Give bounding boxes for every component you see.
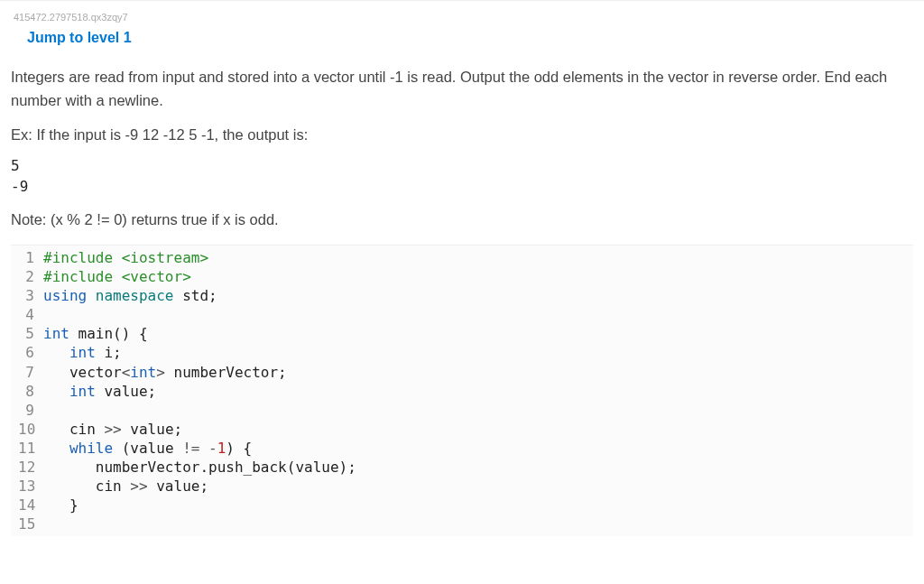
line-content[interactable]: cin >> value; (43, 420, 182, 439)
line-number: 3 (18, 286, 43, 305)
line-content[interactable] (43, 305, 52, 324)
line-number: 6 (18, 343, 43, 362)
line-number: 2 (18, 267, 43, 286)
jump-to-level-link[interactable]: Jump to level 1 (11, 30, 132, 46)
example-intro: Ex: If the input is -9 12 -12 5 -1, the … (11, 126, 913, 144)
line-content[interactable]: int main() { (43, 324, 148, 343)
line-content[interactable]: while (value != -1) { (43, 439, 252, 458)
code-editor[interactable]: 1#include <iostream>2#include <vector>3u… (11, 245, 913, 536)
code-line[interactable]: 5int main() { (18, 324, 913, 343)
line-number: 8 (18, 382, 43, 401)
line-number: 7 (18, 363, 43, 382)
line-content[interactable] (43, 401, 52, 420)
line-content[interactable]: int i; (43, 343, 122, 362)
code-line[interactable]: 10 cin >> value; (18, 420, 913, 439)
line-content[interactable]: numberVector.push_back(value); (43, 458, 356, 477)
code-line[interactable]: 2#include <vector> (18, 267, 913, 286)
code-line[interactable]: 7 vector<int> numberVector; (18, 363, 913, 382)
line-number: 4 (18, 305, 43, 324)
code-line[interactable]: 8 int value; (18, 382, 913, 401)
line-number: 10 (18, 420, 43, 439)
line-number: 15 (18, 514, 43, 533)
sample-output-line: -9 (11, 177, 913, 197)
code-line[interactable]: 12 numberVector.push_back(value); (18, 458, 913, 477)
line-content[interactable]: cin >> value; (43, 477, 208, 496)
code-line[interactable]: 13 cin >> value; (18, 477, 913, 496)
sample-output-line: 5 (11, 156, 913, 176)
line-number: 12 (18, 458, 43, 477)
line-number: 9 (18, 401, 43, 420)
line-number: 11 (18, 439, 43, 458)
line-number: 1 (18, 248, 43, 267)
line-content[interactable]: using namespace std; (43, 286, 217, 305)
code-line[interactable]: 9 (18, 401, 913, 420)
line-content[interactable]: #include <vector> (43, 267, 191, 286)
line-number: 5 (18, 324, 43, 343)
line-content[interactable]: vector<int> numberVector; (43, 363, 287, 382)
line-content[interactable]: } (43, 496, 79, 514)
code-line[interactable]: 6 int i; (18, 343, 913, 362)
code-line[interactable]: 14 } (18, 496, 913, 514)
problem-container: 415472.2797518.qx3zqy7 Jump to level 1 I… (0, 0, 924, 547)
question-id: 415472.2797518.qx3zqy7 (11, 12, 913, 23)
code-line[interactable]: 15 (18, 514, 913, 533)
line-number: 13 (18, 477, 43, 496)
code-line[interactable]: 1#include <iostream> (18, 248, 913, 267)
line-content[interactable] (43, 514, 52, 533)
code-line[interactable]: 4 (18, 305, 913, 324)
problem-note: Note: (x % 2 != 0) returns true if x is … (11, 211, 913, 228)
line-number: 14 (18, 496, 43, 514)
sample-output: 5 -9 (11, 156, 913, 197)
code-line[interactable]: 3using namespace std; (18, 286, 913, 305)
code-line[interactable]: 11 while (value != -1) { (18, 439, 913, 458)
line-content[interactable]: int value; (43, 382, 156, 401)
problem-description: Integers are read from input and stored … (11, 66, 913, 112)
line-content[interactable]: #include <iostream> (43, 248, 208, 267)
